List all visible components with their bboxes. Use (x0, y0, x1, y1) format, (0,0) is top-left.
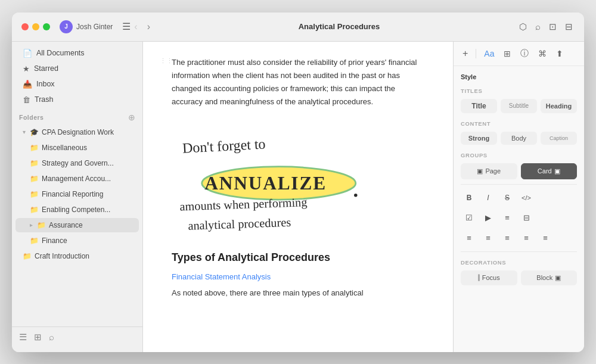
sidebar-item-starred[interactable]: ★ Starred (15, 61, 139, 76)
play-button[interactable]: ▶ (480, 210, 496, 226)
sidebar-bottom: ☰ ⊞ ⌕ (12, 326, 142, 347)
folder-icon: 📁 (30, 237, 39, 245)
align-justify-button[interactable]: ≡ (537, 230, 554, 247)
document-view-button[interactable]: ☰ (19, 332, 27, 343)
graduation-icon: 🎓 (30, 128, 39, 136)
folder-icon: 📁 (23, 252, 32, 260)
card-button[interactable]: Card ▣ (521, 163, 578, 179)
separator (461, 184, 577, 185)
chevron-right-icon: ▸ (30, 222, 33, 228)
section-heading: Types of Analytical Procedures (172, 251, 424, 264)
minimize-button[interactable] (32, 23, 39, 30)
content-row: Strong Body Caption (461, 132, 577, 145)
folder-label: Management Accou... (42, 175, 111, 183)
align-center-button[interactable]: ≡ (499, 230, 516, 247)
bold-button[interactable]: B (461, 189, 477, 206)
folder-item-management[interactable]: 📁 Management Accou... (15, 172, 139, 186)
external-link-button[interactable]: ⬡ (517, 20, 529, 34)
folder-item-assurance[interactable]: ▸ 📁 Assurance (15, 218, 139, 232)
block-button[interactable]: Block ▣ (521, 270, 578, 285)
folder-label: Strategy and Govern... (42, 159, 114, 167)
focus-button[interactable]: Focus (461, 270, 517, 285)
grid-view-button[interactable]: ⊞ (34, 332, 42, 343)
sidebar-item-label: Starred (34, 64, 58, 73)
share-button[interactable]: ⬆ (553, 47, 566, 60)
info-button[interactable]: ⓘ (517, 46, 532, 61)
groups-subsection: GROUPS (461, 152, 577, 158)
document-icon: 📄 (23, 49, 32, 58)
sidebar-item-all-documents[interactable]: 📄 All Documents (15, 46, 139, 61)
body-button[interactable]: Body (501, 132, 537, 145)
subtitle-button[interactable]: Subtitle (501, 99, 537, 113)
style-section-title: Style (461, 73, 577, 80)
groups-row: ▣ Page Card ▣ (461, 163, 577, 179)
numbered-list-button[interactable]: ⊟ (518, 210, 535, 226)
split-view-button[interactable]: ⊟ (563, 20, 575, 34)
drag-handle[interactable]: ⋮⋮ (160, 57, 173, 65)
align-left-button[interactable]: ≡ (461, 230, 477, 247)
chevron-down-icon: ▾ (23, 129, 26, 135)
back-button[interactable]: ‹ (131, 20, 141, 33)
strong-button[interactable]: Strong (461, 132, 497, 145)
align-right-button[interactable]: ≡ (518, 230, 535, 247)
folder-item-strategy[interactable]: 📁 Strategy and Govern... (15, 156, 139, 170)
folders-section-header: Folders ⊕ (12, 108, 142, 125)
svg-text:Don't forget to: Don't forget to (182, 136, 266, 155)
text-format-button[interactable]: Aa (481, 47, 497, 60)
code-button[interactable]: </> (518, 189, 535, 206)
sidebar-item-trash[interactable]: 🗑 Trash (15, 92, 139, 107)
toolbar-divider (476, 49, 476, 58)
heading-button[interactable]: Heading (541, 99, 577, 113)
editor-paragraph[interactable]: The practitioner must also consider the … (172, 56, 424, 108)
sidebar-item-label: Trash (35, 95, 54, 104)
folder-item-financial-reporting[interactable]: 📁 Financial Reporting (15, 187, 139, 201)
right-panel-toolbar: + Aa ⊞ ⓘ ⌘ ⬆ (454, 42, 584, 66)
inbox-icon: 📥 (23, 80, 32, 89)
main-content: 📄 All Documents ★ Starred 📥 Inbox 🗑 Tras… (12, 42, 584, 352)
image-button[interactable]: ⊞ (501, 47, 514, 60)
folder-item-enabling[interactable]: 📁 Enabling Competen... (15, 203, 139, 217)
folder-item-finance[interactable]: 📁 Finance (15, 234, 139, 248)
trash-icon: 🗑 (23, 95, 30, 104)
folder-item-miscellaneous[interactable]: 📁 Miscellaneous (15, 141, 139, 155)
search-button[interactable]: ⌕ (49, 332, 54, 343)
search-button[interactable]: ⌕ (533, 20, 542, 33)
folder-label: Financial Reporting (42, 190, 103, 198)
add-folder-button[interactable]: ⊕ (128, 113, 135, 122)
separator-2 (461, 251, 577, 252)
traffic-lights (21, 23, 50, 30)
titles-subsection: TITLES (461, 88, 577, 94)
command-button[interactable]: ⌘ (535, 47, 550, 60)
folder-item-craft-introduction[interactable]: 📁 Craft Introduction (15, 249, 139, 263)
sidebar-toggle-button[interactable]: ☰ (122, 21, 131, 32)
folder-icon: 📁 (30, 175, 39, 183)
titlebar-actions: ⬡ ⌕ ⊡ ⊟ (517, 20, 575, 34)
close-button[interactable] (21, 23, 29, 30)
folder-icon: 📁 (30, 144, 39, 152)
titles-row: Title Subtitle Heading (461, 99, 577, 113)
align-indent-button[interactable]: ≡ (480, 230, 496, 247)
folder-item-cpa[interactable]: ▾ 🎓 CPA Designation Work (15, 125, 139, 139)
titlebar: J Josh Ginter ☰ ‹ › Analytical Procedure… (12, 13, 584, 42)
italic-button[interactable]: I (480, 189, 496, 206)
add-button[interactable]: + (460, 46, 471, 61)
folder-label: Enabling Competen... (42, 206, 110, 214)
maximize-button[interactable] (43, 23, 50, 30)
financial-statement-link[interactable]: Financial Statement Analysis (172, 272, 271, 281)
list-button[interactable]: ≡ (499, 210, 516, 226)
editor-area[interactable]: ⋮⋮ The practitioner must also consider t… (143, 42, 453, 352)
copy-button[interactable]: ⊡ (547, 20, 558, 34)
strikethrough-button[interactable]: S (499, 189, 516, 206)
document-title: Analytical Procedures (161, 22, 517, 31)
title-button[interactable]: Title (461, 99, 497, 113)
sidebar-item-inbox[interactable]: 📥 Inbox (15, 77, 139, 92)
sidebar-item-label: Inbox (36, 80, 55, 88)
card-icon: ▣ (554, 167, 560, 175)
app-window: J Josh Ginter ☰ ‹ › Analytical Procedure… (12, 13, 584, 352)
caption-button[interactable]: Caption (541, 132, 577, 145)
folder-label: Miscellaneous (42, 144, 87, 152)
checkbox-button[interactable]: ☑ (461, 210, 477, 226)
folder-label: Assurance (49, 221, 83, 229)
forward-button[interactable]: › (144, 20, 154, 33)
page-button[interactable]: ▣ Page (461, 163, 517, 179)
